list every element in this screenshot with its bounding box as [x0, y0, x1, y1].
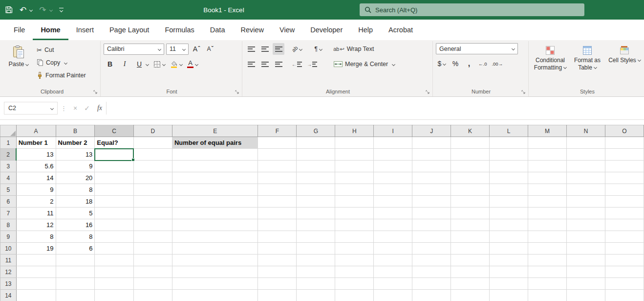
undo-button[interactable]: ↶ [20, 6, 32, 14]
cell-H9[interactable] [335, 231, 374, 243]
borders-button[interactable] [152, 58, 167, 70]
cell-G5[interactable] [297, 184, 335, 196]
cell-O14[interactable] [605, 290, 644, 301]
cell-A14[interactable] [16, 290, 56, 301]
cell-O9[interactable] [605, 231, 644, 243]
cell-J6[interactable] [412, 196, 451, 208]
cell-D3[interactable] [133, 161, 172, 172]
cell-A13[interactable] [16, 278, 56, 290]
cell-D5[interactable] [133, 184, 172, 196]
row-header-12[interactable]: 12 [0, 266, 17, 278]
text-direction-button[interactable]: ¶ [312, 43, 324, 55]
cell-E14[interactable] [172, 290, 258, 301]
menu-tab-developer[interactable]: Developer [302, 20, 350, 40]
cell-G6[interactable] [297, 196, 335, 208]
menu-tab-file[interactable]: File [6, 20, 33, 40]
cell-D13[interactable] [133, 278, 172, 290]
cell-O6[interactable] [605, 196, 644, 208]
cell-M12[interactable] [528, 266, 567, 278]
cell-H12[interactable] [335, 266, 374, 278]
cell-H10[interactable] [335, 243, 374, 255]
clipboard-dialog-launcher[interactable] [93, 89, 98, 96]
align-bottom-button[interactable] [273, 43, 284, 55]
cell-N1[interactable] [567, 137, 605, 149]
cell-N7[interactable] [567, 208, 605, 219]
cell-D9[interactable] [133, 231, 172, 243]
formula-bar-splitter[interactable]: ⋮ [58, 105, 70, 112]
cell-O4[interactable] [605, 172, 644, 184]
row-header-6[interactable]: 6 [0, 196, 17, 208]
cell-M7[interactable] [528, 208, 567, 219]
cell-L5[interactable] [490, 184, 528, 196]
cell-H3[interactable] [335, 161, 374, 172]
cell-L7[interactable] [490, 208, 528, 219]
cell-C2[interactable] [95, 149, 134, 161]
cell-M2[interactable] [528, 149, 567, 161]
select-all-corner[interactable] [0, 125, 17, 137]
row-header-2[interactable]: 2 [0, 149, 17, 161]
search-box[interactable]: Search (Alt+Q) [360, 3, 584, 16]
cell-F6[interactable] [258, 196, 297, 208]
cell-D7[interactable] [133, 208, 172, 219]
cell-C6[interactable] [95, 196, 134, 208]
cell-G14[interactable] [297, 290, 335, 301]
cell-M9[interactable] [528, 231, 567, 243]
cell-D8[interactable] [133, 219, 172, 231]
cell-C9[interactable] [95, 231, 134, 243]
cell-E3[interactable] [172, 161, 258, 172]
cell-K10[interactable] [451, 243, 490, 255]
cell-G11[interactable] [297, 255, 335, 266]
row-header-9[interactable]: 9 [0, 231, 17, 243]
cell-D4[interactable] [133, 172, 172, 184]
cell-D14[interactable] [133, 290, 172, 301]
cell-F10[interactable] [258, 243, 297, 255]
comma-style-button[interactable]: , [463, 58, 475, 69]
cell-O13[interactable] [605, 278, 644, 290]
column-header-D[interactable]: D [133, 125, 172, 137]
cell-H5[interactable] [335, 184, 374, 196]
italic-button[interactable]: I [118, 58, 131, 70]
menu-tab-page-layout[interactable]: Page Layout [102, 20, 157, 40]
cell-N2[interactable] [567, 149, 605, 161]
cell-B6[interactable]: 18 [56, 196, 95, 208]
cell-A8[interactable]: 12 [16, 219, 56, 231]
cell-J9[interactable] [412, 231, 451, 243]
cell-L2[interactable] [490, 149, 528, 161]
cell-K14[interactable] [451, 290, 490, 301]
increase-indent-button[interactable]: → [305, 58, 319, 70]
cell-M3[interactable] [528, 161, 567, 172]
cell-M11[interactable] [528, 255, 567, 266]
format-painter-button[interactable]: Format Painter [35, 69, 87, 81]
alignment-dialog-launcher[interactable] [425, 89, 430, 96]
cell-H13[interactable] [335, 278, 374, 290]
cell-G3[interactable] [297, 161, 335, 172]
cell-K12[interactable] [451, 266, 490, 278]
cell-F14[interactable] [258, 290, 297, 301]
cell-F9[interactable] [258, 231, 297, 243]
cell-E1[interactable]: Number of equal pairs [172, 137, 258, 149]
cell-A7[interactable]: 11 [16, 208, 56, 219]
cell-A12[interactable] [16, 266, 56, 278]
cell-D2[interactable] [133, 149, 172, 161]
cell-B14[interactable] [56, 290, 95, 301]
insert-function-button[interactable]: fx [93, 104, 106, 112]
cell-F8[interactable] [258, 219, 297, 231]
row-header-1[interactable]: 1 [0, 137, 17, 149]
cell-B8[interactable]: 16 [56, 219, 95, 231]
cell-J4[interactable] [412, 172, 451, 184]
column-header-F[interactable]: F [258, 125, 297, 137]
cell-B2[interactable]: 13 [56, 149, 95, 161]
menu-tab-data[interactable]: Data [202, 20, 233, 40]
cell-N8[interactable] [567, 219, 605, 231]
cell-H8[interactable] [335, 219, 374, 231]
cell-K11[interactable] [451, 255, 490, 266]
redo-button[interactable]: ↷ [39, 6, 52, 14]
cell-O3[interactable] [605, 161, 644, 172]
column-header-H[interactable]: H [335, 125, 374, 137]
cell-G8[interactable] [297, 219, 335, 231]
cell-A4[interactable]: 14 [16, 172, 56, 184]
cell-E12[interactable] [172, 266, 258, 278]
menu-tab-view[interactable]: View [272, 20, 302, 40]
cell-N4[interactable] [567, 172, 605, 184]
increase-decimal-button[interactable]: ←.0 [477, 60, 488, 68]
